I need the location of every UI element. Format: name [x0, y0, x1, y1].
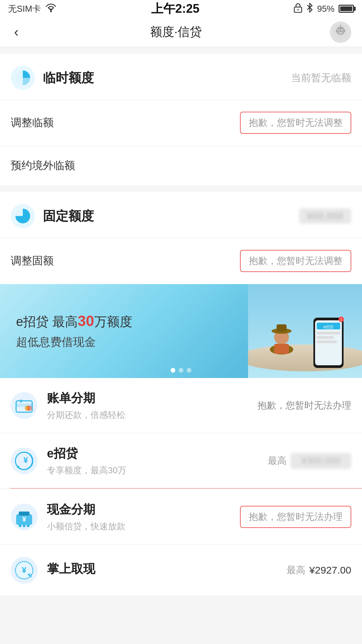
adjust-temp-error: 抱歉，您暂时无法调整 — [240, 112, 351, 134]
ezhao-amount-blurred: ¥300,000 — [291, 453, 351, 469]
temp-credit-section: 临时额度 当前暂无临额 调整临额 抱歉，您暂时无法调整 预约境外临额 — [0, 54, 362, 185]
fixed-credit-title: 固定额度 — [43, 208, 291, 225]
cash-installment-text: 现金分期 小额信贷，快速放款 — [47, 501, 231, 532]
back-button[interactable]: ‹ — [11, 21, 22, 43]
bill-installment-title: 账单分期 — [47, 390, 248, 407]
nav-bar: ‹ 额度·信贷 — [0, 17, 362, 47]
dot-3 — [187, 368, 191, 373]
cash-installment-subtitle: 小额信贷，快速放款 — [47, 521, 231, 532]
status-right: 95% — [294, 3, 354, 15]
top-divider — [0, 47, 362, 54]
svg-rect-11 — [338, 27, 343, 29]
svg-point-0 — [50, 10, 52, 12]
fixed-credit-section: 固定额度 ¥88,888 调整固额 抱歉，您暂时无法调整 — [0, 192, 362, 284]
svg-text:¥: ¥ — [23, 455, 28, 465]
adjust-temp-label: 调整临额 — [11, 115, 54, 130]
bill-installment-icon: ¥ — [11, 392, 38, 419]
svg-point-2 — [297, 9, 299, 10]
bill-installment-action: 抱歉，您暂时无法办理 — [257, 399, 351, 412]
bill-installment-text: 账单分期 分期还款，倍感轻松 — [47, 390, 248, 421]
adjust-fixed-error: 抱歉，您暂时无法调整 — [240, 250, 351, 272]
cash-installment-title: 现金分期 — [47, 501, 231, 518]
reserve-overseas-row[interactable]: 预约境外临额 — [0, 146, 362, 185]
fixed-credit-header: 固定额度 ¥88,888 — [0, 192, 362, 237]
svg-rect-24 — [277, 324, 287, 332]
svg-point-47 — [27, 525, 29, 527]
temp-credit-status: 当前暂无临额 — [291, 71, 351, 85]
page-title: 额度·信贷 — [150, 24, 202, 40]
fixed-credit-icon — [11, 204, 35, 228]
ezhao-action: 最高 ¥300,000 — [268, 453, 351, 469]
battery-percentage: 95% — [317, 4, 335, 14]
svg-point-46 — [23, 525, 25, 527]
ezhao-subtitle: 专享额度，最高30万 — [47, 465, 258, 476]
bluetooth-icon — [306, 3, 313, 15]
fixed-credit-amount: ¥88,888 — [299, 208, 351, 224]
svg-text:¥: ¥ — [20, 398, 22, 404]
svg-text:e招贷: e招贷 — [323, 325, 334, 329]
bill-installment-item[interactable]: ¥ 账单分期 分期还款，倍感轻松 抱歉，您暂时无法办理 — [0, 378, 362, 433]
reserve-overseas-label: 预约境外临额 — [11, 158, 75, 173]
withdraw-item[interactable]: ¥ 掌上取现 最高 ¥2927.00 — [0, 545, 362, 596]
svg-point-19 — [248, 344, 362, 371]
svg-rect-15 — [344, 30, 345, 32]
svg-rect-22 — [274, 344, 289, 354]
lock-icon — [294, 3, 302, 15]
adjust-temp-row[interactable]: 调整临额 抱歉，您暂时无法调整 — [0, 99, 362, 146]
withdraw-amount: ¥2927.00 — [309, 565, 351, 576]
ezhao-error-border-indicator — [10, 488, 362, 489]
temp-credit-header: 临时额度 当前暂无临额 — [0, 54, 362, 99]
withdraw-icon: ¥ — [11, 557, 38, 584]
withdraw-action: 最高 ¥2927.00 — [287, 564, 351, 577]
ezhao-text: e招贷 专享额度，最高30万 — [47, 445, 258, 476]
ezhao-max-label: 最高 — [268, 454, 287, 467]
svg-point-9 — [339, 30, 340, 31]
wifi-icon — [45, 3, 57, 15]
cash-installment-action: 抱歉，您暂时无法办理 — [240, 506, 351, 528]
dot-1 — [171, 368, 175, 373]
temp-credit-title: 临时额度 — [43, 69, 283, 87]
banner-dots — [171, 368, 191, 373]
ezhao-title: e招贷 — [47, 445, 258, 462]
status-time: 上午2:25 — [151, 1, 199, 17]
banner-figure: e招贷 1 — [248, 284, 362, 378]
adjust-fixed-label: 调整固额 — [11, 254, 54, 268]
svg-point-10 — [342, 30, 343, 31]
status-bar: 无SIM卡 上午2:25 95% — [0, 0, 362, 17]
cash-installment-icon: ¥ — [11, 503, 38, 530]
banner-line1: e招贷 最高30万额度 — [16, 313, 132, 330]
battery-icon — [339, 5, 354, 13]
svg-point-45 — [19, 525, 21, 527]
bill-installment-subtitle: 分期还款，倍感轻松 — [47, 409, 248, 421]
promo-banner[interactable]: e招贷 最高30万额度 超低息费借现金 — [0, 284, 362, 378]
svg-text:¥: ¥ — [22, 566, 26, 575]
svg-rect-29 — [317, 336, 334, 339]
svg-rect-28 — [317, 332, 340, 334]
svg-point-13 — [340, 25, 341, 26]
temp-credit-icon — [11, 66, 35, 90]
svg-rect-30 — [317, 340, 337, 343]
adjust-fixed-row[interactable]: 调整固额 抱歉，您暂时无法调整 — [0, 237, 362, 284]
withdraw-title: 掌上取现 — [47, 561, 277, 577]
ezhao-item[interactable]: ¥ e招贷 专享额度，最高30万 最高 ¥300,000 — [0, 433, 362, 489]
svg-rect-14 — [336, 30, 337, 32]
svg-point-37 — [27, 406, 32, 411]
svg-text:¥: ¥ — [22, 515, 26, 523]
svg-text:1: 1 — [340, 318, 342, 321]
dot-2 — [179, 368, 183, 373]
ezhao-icon: ¥ — [11, 447, 38, 474]
avatar-button[interactable] — [330, 21, 351, 43]
banner-text: e招贷 最高30万额度 超低息费借现金 — [0, 313, 148, 350]
withdraw-text: 掌上取现 — [47, 561, 277, 580]
mid-divider — [0, 185, 362, 192]
withdraw-max-label: 最高 — [287, 564, 305, 577]
status-left: 无SIM卡 — [8, 3, 57, 15]
banner-line2: 超低息费借现金 — [16, 334, 132, 350]
carrier-label: 无SIM卡 — [8, 3, 41, 15]
cash-installment-item[interactable]: ¥ 现金分期 小额信贷，快速放款 抱歉，您暂时无法办理 — [0, 489, 362, 545]
